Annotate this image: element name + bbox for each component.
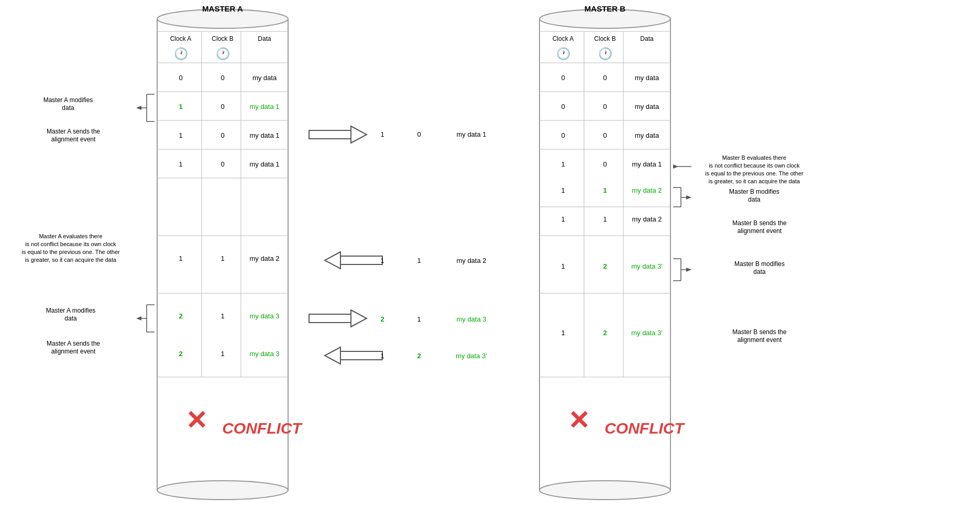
ann-a5-l1: Master A sends the	[47, 340, 100, 347]
b-r7-cb: 2	[603, 262, 607, 270]
b-r3-d: my data	[635, 131, 659, 139]
b-r7-ca: 1	[561, 262, 565, 270]
ann-a2-line2: alignment event	[51, 136, 96, 143]
ann-b1-l1: Master B evaluates there	[722, 154, 786, 161]
a-r2-d: my data 1	[249, 103, 279, 110]
arr1-v2: 0	[417, 130, 421, 138]
b-r2-d: my data	[635, 103, 659, 110]
ann-b1-l3: is equal to the previous one. The other	[705, 170, 803, 176]
arr1-v3: my data 1	[456, 130, 486, 138]
ann-a3-l4: is greater, so it can acquire the data	[25, 257, 117, 263]
svg-marker-52	[686, 195, 691, 200]
b-r4-d: my data 1	[632, 160, 662, 168]
b-r5-cb: 1	[603, 186, 607, 194]
a-r8-ca: 2	[179, 350, 182, 358]
ann-b5-l2: alignment event	[737, 336, 782, 344]
svg-marker-33	[351, 310, 367, 327]
arr4-v1: 1	[380, 352, 384, 360]
svg-marker-40	[136, 106, 141, 110]
a-r7-d: my data 3	[249, 312, 279, 320]
ann-a3-l1: Master A evaluates there	[39, 233, 102, 239]
a-r4-cb: 0	[221, 160, 224, 168]
col-b-data: Data	[640, 35, 654, 42]
a-r1-cb: 0	[221, 74, 224, 82]
col-a-clocka: Clock A	[170, 35, 192, 42]
svg-point-2	[157, 481, 288, 500]
a-r3-d: my data 1	[249, 131, 279, 139]
a-r1-d: my data	[252, 74, 277, 82]
col-a-clockb: Clock B	[212, 35, 233, 42]
arr3-v2: 1	[417, 315, 421, 323]
master-b-title: MASTER B	[585, 4, 626, 13]
ann-b1-l4: is greater, so it can acquire the data	[709, 178, 800, 184]
arr4-v2: 2	[417, 352, 421, 360]
a-r2-cb: 0	[221, 103, 224, 110]
b-r3-cb: 0	[603, 131, 607, 139]
a-r7-cb: 1	[221, 312, 224, 320]
svg-point-16	[539, 481, 670, 500]
b-r2-ca: 0	[561, 103, 565, 110]
a-r3-cb: 0	[221, 131, 224, 139]
svg-marker-45	[136, 316, 141, 320]
a-r4-ca: 1	[179, 160, 182, 168]
b-r4-cb: 0	[603, 160, 607, 168]
b-r8-cb: 2	[603, 329, 607, 337]
ann-b3-l2: alignment event	[737, 227, 782, 235]
page: MASTER A Clock A Clock B Data 🕐 🕐 0 0 my…	[0, 0, 980, 531]
svg-rect-28	[309, 130, 351, 139]
ann-b3-l1: Master B sends the	[732, 219, 787, 227]
ann-b4-l2: data	[753, 268, 766, 275]
b-r6-cb: 1	[603, 215, 607, 223]
b-r8-d: my data 3'	[631, 329, 663, 337]
svg-rect-32	[309, 314, 351, 323]
ann-b4-l1: Master B modifies	[734, 260, 785, 268]
ann-a4-l2: data	[64, 315, 77, 322]
a-r8-cb: 1	[221, 350, 224, 358]
b-r5-ca: 1	[561, 186, 565, 194]
ann-a5-l2: alignment event	[51, 348, 96, 355]
a-r6-cb: 1	[221, 255, 224, 262]
ann-b1-l2: is not conflict because its own clock	[709, 162, 800, 169]
clock-b-icon-a: 🕐	[216, 47, 230, 61]
clock-a-icon-b: 🕐	[556, 47, 571, 61]
ann-b2-l2: data	[748, 196, 761, 203]
ann-a3-l3: is equal to the previous one. The other	[21, 249, 120, 255]
ann-a2-line1: Master A sends the	[47, 128, 100, 135]
arr4-v3: my data 3'	[456, 352, 487, 360]
b-r1-ca: 0	[561, 74, 565, 82]
b-r7-d: my data 3'	[631, 262, 663, 270]
arr3-v1: 2	[380, 315, 384, 323]
a-r3-ca: 1	[179, 131, 182, 139]
ann-b2-l1: Master B modifies	[729, 188, 779, 195]
ann-a1-line2: data	[62, 104, 74, 112]
conflict-label-b: CONFLICT	[604, 419, 685, 437]
b-r6-d: my data 2	[632, 215, 662, 223]
b-r6-ca: 1	[561, 215, 565, 223]
svg-rect-34	[340, 351, 382, 360]
arr1-v1: 1	[380, 130, 384, 138]
a-r6-d: my data 2	[249, 255, 279, 262]
col-b-clocka: Clock A	[553, 35, 574, 42]
conflict-x-a: ✕	[185, 406, 207, 435]
a-r7-ca: 2	[179, 312, 182, 320]
b-r1-cb: 0	[603, 74, 607, 82]
b-r3-ca: 0	[561, 131, 565, 139]
ann-b5-l1: Master B sends the	[732, 328, 787, 336]
master-a-title: MASTER A	[202, 4, 243, 13]
b-r8-ca: 1	[561, 329, 565, 337]
svg-rect-30	[340, 256, 382, 264]
a-r1-ca: 0	[179, 74, 182, 82]
a-r4-d: my data 1	[249, 160, 279, 168]
svg-marker-47	[673, 164, 678, 169]
svg-marker-31	[325, 252, 340, 269]
a-r8-d: my data 3	[249, 350, 279, 358]
b-r1-d: my data	[635, 74, 659, 82]
col-a-data: Data	[258, 35, 271, 42]
conflict-x-b: ✕	[568, 406, 590, 435]
arr2-v3: my data 2	[456, 257, 486, 264]
a-r2-ca: 1	[179, 103, 182, 110]
b-r4-ca: 1	[561, 160, 565, 168]
arr2-v2: 1	[417, 257, 421, 264]
svg-marker-29	[351, 126, 367, 143]
conflict-label-a: CONFLICT	[222, 419, 303, 437]
